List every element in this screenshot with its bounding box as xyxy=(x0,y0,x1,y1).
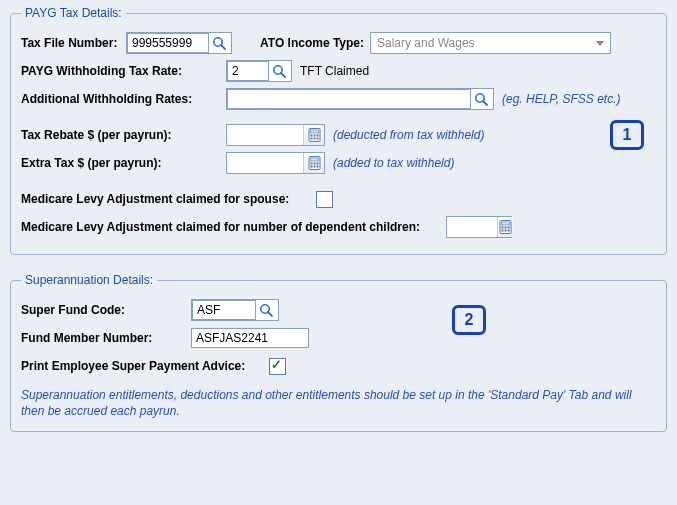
medicare-spouse-label: Medicare Levy Adjustment claimed for spo… xyxy=(21,192,316,206)
super-legend: Superannuation Details: xyxy=(21,273,157,287)
fund-code-input[interactable] xyxy=(191,299,279,321)
rate-input[interactable] xyxy=(226,60,292,82)
print-advice-label: Print Employee Super Payment Advice: xyxy=(21,359,269,373)
rebate-hint: (deducted from tax withheld) xyxy=(333,128,484,142)
search-icon[interactable] xyxy=(209,33,229,53)
payg-legend: PAYG Tax Details: xyxy=(21,6,126,20)
search-icon[interactable] xyxy=(471,89,491,109)
search-icon[interactable] xyxy=(256,300,276,320)
super-info-text: Superannuation entitlements, deductions … xyxy=(21,387,656,419)
callout-badge-2: 2 xyxy=(452,305,486,335)
ato-label: ATO Income Type: xyxy=(260,36,370,50)
rebate-label: Tax Rebate $ (per payrun): xyxy=(21,128,226,142)
extra-hint: (added to tax withheld) xyxy=(333,156,454,170)
tfn-input[interactable] xyxy=(126,32,232,54)
rebate-input[interactable] xyxy=(226,124,325,146)
medicare-spouse-checkbox[interactable] xyxy=(316,191,333,208)
member-input[interactable] xyxy=(191,328,309,348)
rate-label: PAYG Withholding Tax Rate: xyxy=(21,64,226,78)
extra-input[interactable] xyxy=(226,152,325,174)
addl-label: Additional Withholding Rates: xyxy=(21,92,226,106)
print-advice-checkbox[interactable] xyxy=(269,358,286,375)
rate-suffix: TFT Claimed xyxy=(300,64,369,78)
medicare-children-label: Medicare Levy Adjustment claimed for num… xyxy=(21,220,446,234)
addl-input[interactable] xyxy=(226,88,494,110)
medicare-children-input[interactable] xyxy=(446,216,512,238)
calculator-icon[interactable] xyxy=(303,125,324,145)
payg-fieldset: PAYG Tax Details: 1 Tax File Number: ATO… xyxy=(10,6,667,255)
ato-income-type-select[interactable]: Salary and Wages xyxy=(370,32,611,54)
calculator-icon[interactable] xyxy=(497,217,513,237)
addl-hint: (eg. HELP, SFSS etc.) xyxy=(502,92,621,106)
super-fieldset: Superannuation Details: 2 Super Fund Cod… xyxy=(10,273,667,432)
search-icon[interactable] xyxy=(269,61,289,81)
tfn-label: Tax File Number: xyxy=(21,36,126,50)
callout-badge-1: 1 xyxy=(610,120,644,150)
extra-label: Extra Tax $ (per payrun): xyxy=(21,156,226,170)
member-label: Fund Member Number: xyxy=(21,331,191,345)
fund-code-label: Super Fund Code: xyxy=(21,303,191,317)
calculator-icon[interactable] xyxy=(303,153,324,173)
